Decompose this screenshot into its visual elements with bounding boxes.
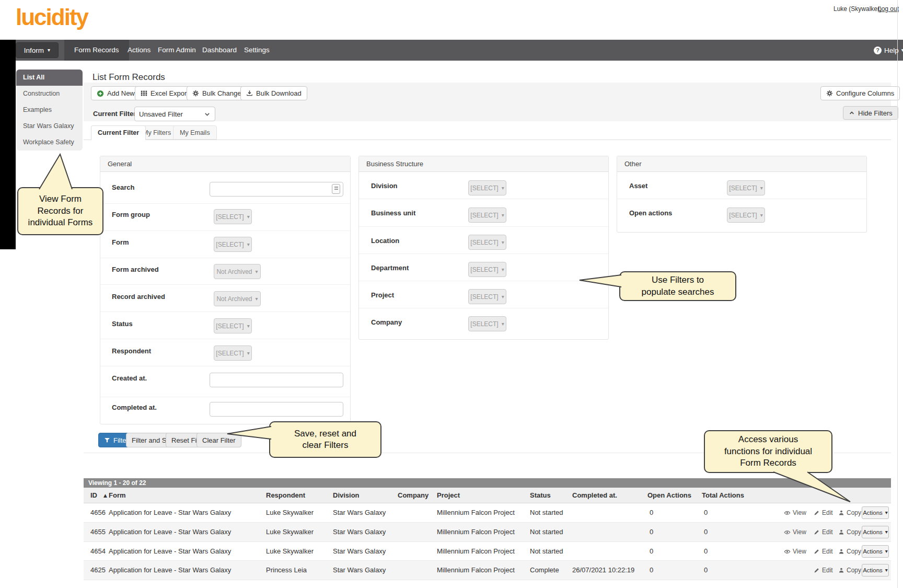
sidebar-item-examples[interactable]: Examples bbox=[16, 102, 83, 118]
col-form[interactable]: Form bbox=[109, 488, 126, 503]
table-row: 4656 Application for Leave - Star Wars G… bbox=[84, 503, 891, 523]
cell-total-actions: 0 bbox=[704, 561, 708, 580]
excel-export-button[interactable]: Excel Export bbox=[135, 86, 194, 100]
hide-filters-button[interactable]: Hide Filters bbox=[843, 106, 898, 120]
bulk-download-button[interactable]: Bulk Download bbox=[240, 86, 307, 100]
form-select[interactable]: [SELECT]▾ bbox=[214, 237, 252, 252]
respondent-select[interactable]: [SELECT]▾ bbox=[214, 345, 252, 361]
col-status[interactable]: Status bbox=[530, 488, 551, 503]
actions-menu-button[interactable]: Actions▾ bbox=[862, 506, 889, 519]
person-icon bbox=[838, 510, 844, 516]
tab-my-emails[interactable]: My Emails bbox=[173, 125, 217, 140]
sidebar-item-construction[interactable]: Construction bbox=[16, 86, 83, 102]
caret-down-icon: ▾ bbox=[885, 568, 888, 573]
record-archived-select[interactable]: Not Archived▾ bbox=[214, 291, 261, 306]
cell-total-actions: 0 bbox=[704, 523, 708, 541]
col-completed-at[interactable]: Completed at. bbox=[572, 488, 617, 503]
edit-link[interactable]: Edit bbox=[814, 509, 833, 516]
col-division[interactable]: Division bbox=[333, 488, 360, 503]
divider bbox=[100, 366, 350, 366]
sidebar-item-star-wars-galaxy[interactable]: Star Wars Galaxy bbox=[16, 118, 83, 134]
cell-division: Star Wars Galaxy bbox=[333, 523, 386, 541]
other-filter-panel: Other Asset [SELECT]▾ Open actions [SELE… bbox=[617, 156, 867, 233]
cell-open-actions: 0 bbox=[650, 503, 653, 522]
actions-menu-button[interactable]: Actions▾ bbox=[862, 564, 889, 577]
configure-columns-button[interactable]: Configure Columns bbox=[820, 86, 900, 100]
window-edge-line bbox=[897, 0, 898, 588]
copy-link[interactable]: Copy bbox=[838, 567, 861, 574]
bulk-download-label: Bulk Download bbox=[256, 89, 302, 97]
col-respondent[interactable]: Respondent bbox=[266, 488, 305, 503]
project-select[interactable]: [SELECT]▾ bbox=[468, 289, 506, 304]
company-label: Company bbox=[371, 318, 402, 326]
other-panel-header: Other bbox=[617, 156, 866, 172]
completed-at-label: Completed at. bbox=[112, 403, 157, 411]
copy-link[interactable]: Copy bbox=[838, 548, 861, 555]
division-select[interactable]: [SELECT]▾ bbox=[468, 180, 506, 195]
current-filter-select[interactable]: Unsaved Filter bbox=[134, 107, 215, 121]
table-row: 4655 Application for Leave - Star Wars G… bbox=[84, 523, 891, 542]
actions-menu-button[interactable]: Actions▾ bbox=[862, 526, 889, 538]
view-link[interactable]: View bbox=[784, 528, 806, 536]
form-group-select[interactable]: [SELECT]▾ bbox=[214, 209, 252, 224]
bulk-change-button[interactable]: Bulk Change bbox=[187, 86, 247, 100]
actions-menu-button[interactable]: Actions▾ bbox=[862, 545, 889, 558]
col-project[interactable]: Project bbox=[437, 488, 460, 503]
gear-icon bbox=[192, 90, 199, 97]
form-archived-select[interactable]: Not Archived▾ bbox=[214, 264, 261, 279]
business-unit-select[interactable]: [SELECT]▾ bbox=[468, 207, 506, 223]
location-select[interactable]: [SELECT]▾ bbox=[468, 235, 506, 250]
created-at-input[interactable] bbox=[210, 373, 343, 387]
cell-status: Not started bbox=[530, 542, 563, 561]
view-link[interactable]: View bbox=[784, 548, 806, 555]
pencil-icon bbox=[814, 567, 820, 573]
col-open-actions[interactable]: Open Actions bbox=[647, 488, 691, 503]
cell-status: Not started bbox=[530, 523, 563, 541]
location-value: [SELECT] bbox=[470, 239, 498, 246]
cell-open-actions: 0 bbox=[650, 561, 653, 580]
caret-down-icon: ▾ bbox=[885, 529, 888, 535]
logout-link[interactable]: Log out bbox=[878, 5, 899, 13]
completed-at-input[interactable] bbox=[210, 402, 343, 417]
cell-id[interactable]: 4656 bbox=[90, 503, 106, 522]
col-total-actions[interactable]: Total Actions bbox=[702, 488, 744, 503]
edit-link[interactable]: Edit bbox=[814, 528, 833, 536]
divider bbox=[100, 312, 350, 312]
view-link[interactable]: View bbox=[784, 509, 806, 516]
edit-label: Edit bbox=[822, 509, 833, 516]
edit-link[interactable]: Edit bbox=[814, 548, 833, 555]
callout-line: populate searches bbox=[620, 286, 735, 298]
edit-link[interactable]: Edit bbox=[814, 567, 833, 574]
cell-id[interactable]: 4625 bbox=[90, 561, 106, 580]
asset-select[interactable]: [SELECT]▾ bbox=[727, 180, 765, 195]
col-company[interactable]: Company bbox=[398, 488, 429, 503]
table-row: 4625 Application for Leave - Star Wars G… bbox=[84, 561, 891, 580]
col-id[interactable]: ID bbox=[90, 488, 97, 503]
search-label: Search bbox=[112, 183, 134, 191]
sidebar-item-workplace-safety[interactable]: Workplace Safety bbox=[16, 134, 83, 151]
sidebar-item-list-all[interactable]: List All bbox=[16, 70, 83, 86]
open-actions-select[interactable]: [SELECT]▾ bbox=[727, 207, 765, 223]
search-picker-icon[interactable] bbox=[332, 184, 340, 194]
business-unit-label: Business unit bbox=[371, 209, 415, 217]
inform-menu-button[interactable]: Inform ▾ bbox=[16, 42, 59, 58]
status-select[interactable]: [SELECT]▾ bbox=[214, 318, 252, 333]
tab-current-filter[interactable]: Current Filter bbox=[91, 125, 146, 140]
nav-item-settings[interactable]: Settings bbox=[234, 40, 280, 61]
hide-filters-label: Hide Filters bbox=[858, 109, 893, 117]
business-unit-value: [SELECT] bbox=[470, 212, 498, 219]
company-select[interactable]: [SELECT]▾ bbox=[468, 316, 506, 331]
callout-line: Use Filters to bbox=[620, 274, 735, 286]
department-select[interactable]: [SELECT]▾ bbox=[468, 262, 506, 277]
add-new-button[interactable]: Add New bbox=[91, 86, 141, 100]
cell-status: Complete bbox=[530, 561, 559, 580]
search-input[interactable] bbox=[210, 182, 343, 197]
help-menu-button[interactable]: Help ▾ bbox=[874, 40, 903, 61]
cell-id[interactable]: 4655 bbox=[90, 523, 106, 541]
caret-down-icon: ▾ bbox=[256, 269, 258, 274]
cell-id[interactable]: 4654 bbox=[90, 542, 106, 561]
divider bbox=[100, 230, 350, 231]
open-actions-label: Open actions bbox=[629, 209, 672, 217]
copy-link[interactable]: Copy bbox=[838, 509, 861, 516]
copy-link[interactable]: Copy bbox=[838, 528, 861, 536]
